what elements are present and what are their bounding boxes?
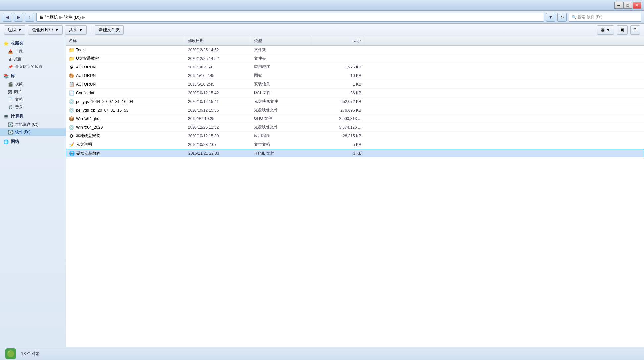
organize-arrow: ▼ (18, 27, 22, 32)
file-icon: 🌐 (69, 151, 74, 156)
new-folder-button[interactable]: 新建文件夹 (95, 25, 124, 35)
view-arrow: ▼ (606, 27, 610, 32)
table-row[interactable]: 🌐 硬盘安装教程 2016/11/21 22:03 HTML 文档 3 KB (66, 149, 644, 158)
d-drive-label: 软件 (D:) (15, 129, 30, 135)
library-label: 库 (11, 73, 15, 79)
file-type-cell: 应用程序 (251, 64, 311, 70)
breadcrumb-computer[interactable]: 计算机 (45, 14, 58, 20)
view-button[interactable]: ▦ ▼ (597, 25, 614, 35)
sidebar-favorites-header[interactable]: ⭐ 收藏夹 (0, 39, 66, 48)
col-header-name[interactable]: 名称 (66, 36, 185, 45)
file-name-cell: 📁 Tools (66, 47, 185, 53)
file-name-cell: ⚙ 本地硬盘安装 (66, 133, 185, 139)
file-date-cell: 2015/5/10 2:45 (185, 73, 251, 78)
col-header-date[interactable]: 修改日期 (185, 36, 251, 45)
computer-label: 计算机 (11, 113, 23, 119)
file-name: AUTORUN (76, 82, 96, 87)
col-header-size[interactable]: 大小 (311, 36, 364, 45)
file-type-cell: 文件夹 (251, 56, 311, 61)
file-type-cell: 安装信息 (251, 81, 311, 87)
sidebar-item-documents[interactable]: 📄 文档 (0, 96, 66, 103)
forward-button[interactable]: ▶ (14, 13, 23, 22)
organize-button[interactable]: 组织 ▼ (4, 25, 25, 35)
file-name-cell: 🌐 硬盘安装教程 (66, 151, 186, 156)
share-label: 共享 (69, 27, 77, 33)
sidebar-item-download[interactable]: 📥 下载 (0, 48, 66, 55)
file-size-cell: 1 KB (311, 82, 364, 87)
table-row[interactable]: 🎨 AUTORUN 2015/5/10 2:45 图标 10 KB (66, 71, 644, 80)
share-button[interactable]: 共享 ▼ (65, 25, 87, 35)
sidebar-item-d-drive[interactable]: 💽 软件 (D:) (0, 128, 66, 136)
table-row[interactable]: 📁 U盘安装教程 2020/12/25 14:52 文件夹 (66, 54, 644, 63)
file-size-cell: 279,696 KB (311, 108, 364, 112)
table-row[interactable]: ⚙ AUTORUN 2016/1/8 4:54 应用程序 1,926 KB (66, 63, 644, 71)
file-name-cell: 💿 pe_yqs_xp_20_07_31_15_53 (66, 108, 185, 113)
music-label: 音乐 (15, 104, 23, 110)
file-type-cell: HTML 文档 (252, 151, 311, 156)
sidebar-item-c-drive[interactable]: 💽 本地磁盘 (C:) (0, 121, 66, 128)
help-button[interactable]: ? (630, 25, 640, 35)
table-row[interactable]: 💿 Win7x64_2020 2020/12/25 11:32 光盘映像文件 3… (66, 123, 644, 132)
sidebar-network-header[interactable]: 🌐 网络 (0, 137, 66, 146)
file-type-cell: 图标 (251, 73, 311, 78)
file-name-cell: 📁 U盘安装教程 (66, 56, 185, 61)
file-type-cell: 应用程序 (251, 133, 311, 139)
table-row[interactable]: 📦 Win7x64.gho 2019/9/7 19:25 GHO 文件 2,90… (66, 114, 644, 123)
sidebar: ⭐ 收藏夹 📥 下载 🖥 桌面 📌 最近访问的位置 📚 库 (0, 36, 66, 347)
documents-icon: 📄 (8, 97, 13, 102)
file-name-cell: 💿 pe_yqs_1064_20_07_31_16_04 (66, 99, 185, 104)
refresh-button[interactable]: ↻ (557, 13, 567, 22)
file-date-cell: 2016/1/8 4:54 (185, 65, 251, 69)
table-row[interactable]: 📄 Config.dat 2020/10/12 15:42 DAT 文件 36 … (66, 89, 644, 97)
file-size-cell: 2,900,813 ... (311, 116, 364, 121)
statusbar-count: 13 个对象 (21, 351, 40, 357)
download-label: 下载 (15, 49, 23, 54)
file-name: Config.dat (76, 91, 94, 95)
new-folder-label: 新建文件夹 (99, 27, 120, 33)
table-row[interactable]: 💿 pe_yqs_1064_20_07_31_16_04 2020/10/12 … (66, 97, 644, 106)
help-label: ? (634, 27, 636, 32)
table-row[interactable]: 📝 光盘说明 2016/10/23 7:07 文本文档 5 KB (66, 140, 644, 149)
file-size-cell: 5 KB (311, 142, 364, 147)
sidebar-item-music[interactable]: 🎵 音乐 (0, 103, 66, 111)
sidebar-item-video[interactable]: 🎬 视频 (0, 80, 66, 88)
close-button[interactable]: ✕ (633, 2, 641, 9)
share-arrow: ▼ (79, 27, 83, 32)
col-header-type[interactable]: 类型 (251, 36, 311, 45)
file-name: pe_yqs_xp_20_07_31_15_53 (76, 108, 128, 112)
search-placeholder: 搜索 软件 (D:) (578, 14, 602, 20)
sidebar-computer-header[interactable]: 💻 计算机 (0, 112, 66, 121)
table-row[interactable]: 📁 Tools 2020/12/25 14:52 文件夹 (66, 46, 644, 54)
file-type-cell: 文本文档 (251, 142, 311, 147)
back-button[interactable]: ◀ (3, 13, 12, 22)
recent-label: 最近访问的位置 (15, 64, 43, 69)
sidebar-library-header[interactable]: 📚 库 (0, 72, 66, 80)
file-type-cell: 光盘映像文件 (251, 107, 311, 113)
sidebar-item-recent[interactable]: 📌 最近访问的位置 (0, 63, 66, 70)
file-date-cell: 2016/11/21 22:03 (186, 151, 252, 156)
maximize-button[interactable]: □ (623, 2, 632, 9)
file-name: 光盘说明 (76, 142, 92, 147)
minimize-button[interactable]: ─ (614, 2, 623, 9)
preview-button[interactable]: ▣ (617, 25, 628, 35)
video-icon: 🎬 (8, 82, 13, 87)
file-date-cell: 2020/10/12 15:36 (185, 108, 251, 112)
breadcrumb-bar[interactable]: 🖥 计算机 ▶ 软件 (D:) ▶ (36, 13, 544, 22)
view-label: ▦ (601, 27, 605, 32)
table-row[interactable]: 📋 AUTORUN 2015/5/10 2:45 安装信息 1 KB (66, 80, 644, 89)
search-bar[interactable]: 🔍 搜索 软件 (D:) (569, 13, 641, 22)
file-name-cell: 💿 Win7x64_2020 (66, 125, 185, 130)
up-button[interactable]: ↑ (25, 13, 34, 22)
breadcrumb-drive[interactable]: 软件 (D:) (64, 14, 81, 20)
sidebar-item-pictures[interactable]: 🖼 图片 (0, 88, 66, 96)
file-icon: 🎨 (69, 73, 74, 78)
file-date-cell: 2020/10/12 15:42 (185, 91, 251, 95)
file-icon: 💿 (69, 125, 74, 130)
sidebar-section-favorites: ⭐ 收藏夹 📥 下载 🖥 桌面 📌 最近访问的位置 (0, 39, 66, 70)
file-date-cell: 2020/10/12 15:41 (185, 99, 251, 104)
include-library-button[interactable]: 包含到库中 ▼ (28, 25, 63, 35)
sidebar-item-desktop[interactable]: 🖥 桌面 (0, 55, 66, 63)
table-row[interactable]: ⚙ 本地硬盘安装 2020/10/12 15:30 应用程序 28,315 KB (66, 132, 644, 140)
table-row[interactable]: 💿 pe_yqs_xp_20_07_31_15_53 2020/10/12 15… (66, 106, 644, 114)
breadcrumb-dropdown[interactable]: ▼ (546, 13, 555, 22)
